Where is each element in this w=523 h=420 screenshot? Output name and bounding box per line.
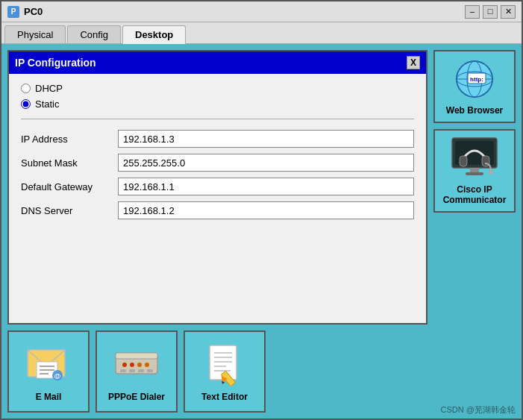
dns-label: DNS Server xyxy=(21,205,118,216)
svg-point-9 xyxy=(122,363,127,367)
pppoe-label: PPPoE Dialer xyxy=(108,392,165,402)
title-bar-left: P PC0 xyxy=(7,6,43,18)
dhcp-label: DHCP xyxy=(35,83,63,94)
dialog-title-bar: IP Configuration X xyxy=(9,51,426,74)
dns-input[interactable] xyxy=(118,201,414,219)
svg-point-10 xyxy=(130,363,134,367)
svg-rect-13 xyxy=(120,369,126,372)
svg-rect-14 xyxy=(129,369,135,372)
svg-rect-38 xyxy=(470,168,479,172)
svg-point-12 xyxy=(145,363,149,367)
pppoe-app-icon[interactable]: PPPoE Dialer xyxy=(95,330,178,413)
svg-text:http:: http: xyxy=(470,76,483,83)
tab-desktop[interactable]: Desktop xyxy=(122,25,186,44)
gateway-input[interactable] xyxy=(118,178,414,195)
static-label: Static xyxy=(35,98,60,110)
tab-config[interactable]: Config xyxy=(67,25,121,43)
minimize-button[interactable]: – xyxy=(465,5,480,19)
window-icon: P xyxy=(7,6,19,18)
pppoe-icon xyxy=(113,341,160,389)
window-controls: – □ ✕ xyxy=(465,5,516,19)
dialog-body: DHCP Static IP Address Subnet Mask xyxy=(9,74,426,234)
title-bar: P PC0 – □ ✕ xyxy=(1,1,522,22)
dialog-close-button[interactable]: X xyxy=(407,56,420,69)
texteditor-icon xyxy=(201,341,248,389)
svg-rect-8 xyxy=(116,353,157,359)
subnet-mask-label: Subnet Mask xyxy=(21,157,118,169)
subnet-mask-input[interactable] xyxy=(118,154,414,172)
svg-point-37 xyxy=(489,170,493,175)
window-title: PC0 xyxy=(24,6,43,17)
close-window-button[interactable]: ✕ xyxy=(501,5,516,19)
subnet-mask-row: Subnet Mask xyxy=(21,154,414,172)
svg-text:@: @ xyxy=(54,372,61,380)
email-app-icon[interactable]: @ E Mail xyxy=(7,330,90,413)
webbrowser-label: Web Browser xyxy=(446,105,503,116)
texteditor-label: Text Editor xyxy=(201,392,248,402)
texteditor-app-icon[interactable]: Text Editor xyxy=(184,330,266,413)
gateway-label: Default Gateway xyxy=(21,181,118,192)
svg-point-11 xyxy=(137,363,142,367)
ip-address-label: IP Address xyxy=(21,134,118,145)
svg-rect-16 xyxy=(147,369,153,372)
webbrowser-icon: http: xyxy=(448,57,501,102)
gateway-row: Default Gateway xyxy=(21,178,414,195)
watermark: CSDN @芜湖韩金轮 xyxy=(441,404,516,416)
svg-rect-15 xyxy=(138,369,144,372)
main-window: P PC0 – □ ✕ Physical Config Desktop IP C… xyxy=(0,0,523,420)
svg-rect-39 xyxy=(466,172,483,175)
dhcp-option[interactable]: DHCP xyxy=(21,83,414,94)
ciscoip-icon xyxy=(448,137,501,181)
email-icon: @ xyxy=(25,341,72,389)
ip-address-row: IP Address xyxy=(21,130,414,148)
email-label: E Mail xyxy=(36,392,62,402)
dns-row: DNS Server xyxy=(21,201,414,219)
ciscoip-label: Cisco IPCommunicator xyxy=(443,184,507,205)
svg-rect-35 xyxy=(460,156,467,166)
tab-physical[interactable]: Physical xyxy=(4,25,66,43)
main-content: IP Configuration X DHCP Static xyxy=(1,44,522,419)
dhcp-radio[interactable] xyxy=(21,84,31,93)
ip-config-dialog: IP Configuration X DHCP Static xyxy=(7,50,428,325)
tabs-row: Physical Config Desktop xyxy=(1,22,522,44)
divider xyxy=(21,119,414,119)
ip-address-input[interactable] xyxy=(118,130,414,148)
maximize-button[interactable]: □ xyxy=(483,5,498,19)
webbrowser-app-icon[interactable]: http: Web Browser xyxy=(433,50,516,123)
dialog-title: IP Configuration xyxy=(15,57,96,69)
left-area: IP Configuration X DHCP Static xyxy=(7,50,428,413)
ciscoip-app-icon[interactable]: Cisco IPCommunicator xyxy=(433,129,516,213)
static-option[interactable]: Static xyxy=(21,98,414,110)
bottom-icons: @ E Mail xyxy=(7,330,428,413)
static-radio[interactable] xyxy=(21,99,31,109)
right-sidebar: http: Web Browser xyxy=(433,50,516,413)
ip-mode-group: DHCP Static xyxy=(21,83,414,110)
